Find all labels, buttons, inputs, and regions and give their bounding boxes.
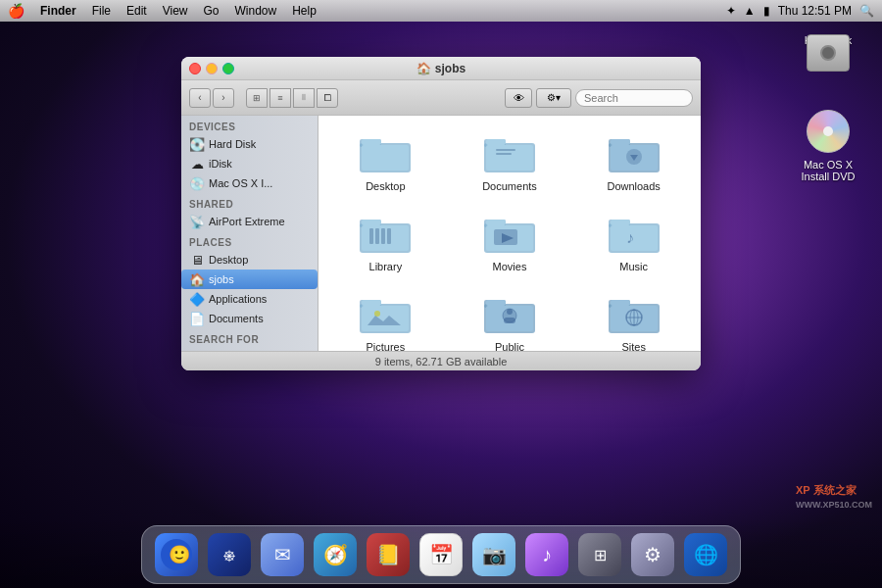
dock-item-itunes[interactable]: ♪ bbox=[522, 530, 571, 579]
back-button[interactable]: ‹ bbox=[189, 88, 211, 108]
dock-item-expose[interactable]: ⊞ bbox=[575, 530, 624, 579]
svg-rect-21 bbox=[375, 228, 379, 244]
file-item-movies[interactable]: Movies bbox=[453, 206, 567, 276]
file-item-sites[interactable]: Sites bbox=[576, 286, 691, 351]
quick-look-button[interactable]: 👁 bbox=[505, 88, 532, 108]
menubar-file[interactable]: File bbox=[84, 2, 119, 20]
dock-item-internet[interactable]: 🌐 bbox=[681, 530, 730, 579]
dock-item-iphoto[interactable]: 📷 bbox=[469, 530, 518, 579]
svg-rect-37 bbox=[362, 306, 409, 331]
menubar: 🍎 Finder File Edit View Go Window Help ✦… bbox=[0, 0, 882, 22]
dock-item-safari[interactable]: 🧭 bbox=[311, 530, 360, 579]
menubar-view[interactable]: View bbox=[155, 2, 196, 20]
sidebar-item-macosx[interactable]: 💿 Mac OS X I... bbox=[181, 173, 318, 193]
applications-label: Applications bbox=[209, 293, 267, 305]
svg-rect-20 bbox=[369, 228, 373, 244]
svg-rect-13 bbox=[611, 139, 630, 145]
svg-point-46 bbox=[507, 309, 513, 315]
view-list-button[interactable]: ≡ bbox=[270, 88, 291, 108]
sidebar-item-airport[interactable]: 📡 AirPort Extreme bbox=[181, 212, 318, 231]
file-item-desktop[interactable]: Desktop bbox=[328, 125, 443, 196]
action-button[interactable]: ⚙▾ bbox=[536, 88, 571, 108]
svg-rect-6 bbox=[486, 145, 533, 171]
svg-rect-47 bbox=[504, 318, 515, 323]
apple-menu[interactable]: 🍎 bbox=[8, 3, 24, 19]
dvd-icon-img bbox=[805, 108, 852, 155]
harddisk-sidebar-label: Hard Disk bbox=[209, 138, 256, 150]
sidebar-item-desktop[interactable]: 🖥 Desktop bbox=[181, 250, 318, 270]
desktop-sidebar-label: Desktop bbox=[209, 254, 248, 266]
file-content: Desktop Documents bbox=[318, 116, 701, 351]
file-label-library: Library bbox=[369, 261, 403, 272]
harddisk-icon-img bbox=[789, 34, 867, 72]
dock-item-ical[interactable]: 📅 bbox=[416, 530, 466, 579]
search-input[interactable] bbox=[575, 89, 693, 107]
idisk-icon: ☁ bbox=[189, 157, 205, 172]
file-item-music[interactable]: ♪ Music bbox=[576, 206, 691, 276]
menubar-window[interactable]: Window bbox=[227, 2, 285, 20]
documents-label: Documents bbox=[209, 313, 264, 324]
file-item-pictures[interactable]: Pictures bbox=[328, 286, 443, 351]
menubar-right: ✦ ▲ ▮ Thu 12:51 PM 🔍 bbox=[726, 4, 874, 18]
wifi-icon[interactable]: ▲ bbox=[744, 4, 756, 18]
dock-item-mail[interactable]: ✉ bbox=[258, 530, 307, 579]
dvd-label: Mac OS X Install DVD bbox=[789, 159, 867, 182]
sidebar-item-applications[interactable]: 🔷 Applications bbox=[181, 289, 318, 309]
file-item-library[interactable]: Library bbox=[328, 206, 443, 276]
itunes-dock-icon: ♪ bbox=[525, 533, 568, 576]
dock-item-dashboard[interactable]: ⎈ bbox=[205, 530, 254, 579]
menubar-help[interactable]: Help bbox=[284, 2, 324, 20]
status-bar: 9 items, 62.71 GB available bbox=[181, 351, 701, 370]
svg-point-39 bbox=[374, 311, 380, 317]
svg-text:♪: ♪ bbox=[626, 229, 634, 246]
clock: Thu 12:51 PM bbox=[778, 4, 852, 18]
menubar-finder[interactable]: Finder bbox=[32, 2, 84, 20]
forward-button[interactable]: › bbox=[213, 88, 234, 108]
dock-item-sysprefs[interactable]: ⚙ bbox=[628, 530, 677, 579]
svg-rect-33 bbox=[611, 220, 630, 225]
menubar-go[interactable]: Go bbox=[196, 2, 227, 20]
desktop-icon-dvd[interactable]: Mac OS X Install DVD bbox=[789, 108, 867, 182]
watermark: XP 系统之家WWW.XP510.COM bbox=[796, 483, 872, 510]
dock-item-addressbook[interactable]: 📒 bbox=[364, 530, 413, 579]
harddisk-shape bbox=[807, 34, 850, 72]
internet-dock-icon: 🌐 bbox=[684, 533, 727, 576]
close-button[interactable] bbox=[189, 63, 201, 74]
iphoto-dock-icon: 📷 bbox=[472, 533, 515, 576]
window-title: sjobs bbox=[435, 62, 466, 75]
finder-window: 🏠 sjobs ‹ › ⊞ ≡ ⫴ ⧠ 👁 ⚙▾ DE bbox=[181, 57, 701, 370]
battery-icon[interactable]: ▮ bbox=[763, 4, 770, 18]
sjobs-icon: 🏠 bbox=[189, 272, 205, 287]
file-item-public[interactable]: Public bbox=[453, 286, 567, 351]
sidebar-item-sjobs[interactable]: 🏠 sjobs bbox=[181, 270, 318, 289]
svg-rect-22 bbox=[381, 228, 385, 244]
view-icon-button[interactable]: ⊞ bbox=[246, 88, 268, 108]
minimize-button[interactable] bbox=[206, 63, 218, 74]
sidebar-section-devices: DEVICES bbox=[181, 116, 318, 134]
maximize-button[interactable] bbox=[222, 63, 234, 74]
svg-rect-23 bbox=[387, 228, 391, 244]
folder-icon-desktop bbox=[358, 129, 413, 176]
desktop: 🍎 Finder File Edit View Go Window Help ✦… bbox=[0, 0, 882, 588]
sidebar-item-documents[interactable]: 📄 Documents bbox=[181, 309, 318, 328]
menubar-edit[interactable]: Edit bbox=[119, 2, 155, 20]
finder-main: DEVICES 💽 Hard Disk ☁ iDisk 💿 Mac OS X I… bbox=[181, 116, 701, 351]
desktop-icon-harddisk[interactable]: Hard Disk bbox=[789, 34, 867, 46]
view-column-button[interactable]: ⫴ bbox=[293, 88, 315, 108]
file-item-downloads[interactable]: Downloads bbox=[576, 125, 691, 196]
finder-dock-icon: 🙂 bbox=[155, 533, 198, 576]
desktop-sidebar-icon: 🖥 bbox=[189, 253, 205, 268]
svg-rect-44 bbox=[486, 300, 506, 306]
svg-rect-2 bbox=[362, 145, 409, 171]
file-label-music: Music bbox=[619, 261, 648, 272]
svg-rect-7 bbox=[486, 139, 506, 145]
view-cover-button[interactable]: ⧠ bbox=[317, 88, 338, 108]
file-item-documents[interactable]: Documents bbox=[453, 125, 567, 196]
bluetooth-icon[interactable]: ✦ bbox=[726, 4, 736, 18]
dock-item-finder[interactable]: 🙂 bbox=[152, 530, 201, 579]
dashboard-dock-icon: ⎈ bbox=[208, 533, 251, 576]
sidebar-item-harddisk[interactable]: 💽 Hard Disk bbox=[181, 134, 318, 154]
folder-icon-public bbox=[482, 290, 537, 337]
spotlight-icon[interactable]: 🔍 bbox=[859, 4, 874, 18]
sidebar-item-idisk[interactable]: ☁ iDisk bbox=[181, 154, 318, 173]
